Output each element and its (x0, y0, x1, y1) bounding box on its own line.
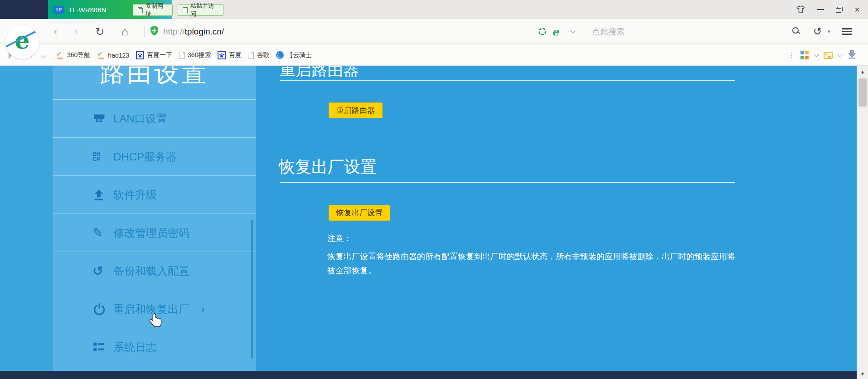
toolbar-separator (807, 26, 807, 37)
bookmark-label: 360搜索 (188, 51, 211, 59)
hao123-icon: ✓hao (56, 51, 64, 59)
skin-theme-button[interactable] (796, 5, 805, 14)
url-protocol: http:// (163, 27, 185, 37)
bookmark-items: ✓hao 360导航 ✓hao hao123 百度一下 360搜索 (56, 44, 319, 66)
sidebar-title: 路由设置 (53, 66, 256, 88)
pencil-icon: ✎ (92, 225, 113, 240)
forward-button[interactable]: › (74, 19, 78, 44)
bookmark-hao123[interactable]: ✓hao hao123 (97, 51, 129, 59)
settings-main-panel: 重启路由器 重启路由器 恢复出厂设置 恢复出厂设置 注意： 恢复出厂设置将使路由… (256, 66, 857, 379)
sidebar-item-system-log[interactable]: 系统日志 (53, 328, 256, 366)
download-button[interactable] (847, 49, 857, 61)
baidu-paw-icon (218, 51, 226, 59)
sidebar-item-label: 软件升级 (113, 188, 157, 202)
scroll-down-arrow-icon[interactable]: ▼ (857, 371, 868, 376)
bookmarks-bar: |› ★ ✓hao 360导航 ✓hao hao123 百度一下 360搜索 (0, 44, 868, 66)
scrollbar-thumb[interactable] (858, 78, 867, 107)
home-button[interactable]: ⌂ (121, 19, 128, 44)
back-button[interactable]: ‹ (53, 19, 58, 44)
restore-button[interactable] (836, 7, 843, 13)
minimize-icon (817, 9, 824, 10)
menu-button[interactable] (842, 28, 852, 29)
titlebar-left-block (0, 0, 48, 19)
reboot-section-title: 重启路由器 (280, 66, 359, 80)
hao-word-glyph: hao (97, 56, 104, 60)
browser-logo[interactable]: e (5, 25, 39, 59)
refresh-button[interactable]: ↻ (95, 19, 104, 44)
wallpaper-icon[interactable] (824, 52, 833, 59)
browser-logo-e: e (5, 26, 39, 54)
sidebar-item-dhcp-server[interactable]: DHCP DHCP服务器 (53, 137, 256, 175)
sidebar-item-backup-restore-config[interactable]: ↺ 备份和载入配置 (53, 252, 256, 290)
bookmark-label: 百度 (228, 51, 241, 59)
undo-closed-tab-button[interactable]: ↺ (813, 19, 822, 44)
apps-grid-icon[interactable] (800, 51, 809, 59)
bookmark-label: 谷歌 (257, 51, 269, 59)
note-label: 注意： (327, 232, 742, 246)
system-log-icon (92, 341, 113, 353)
active-item-arrow-icon: › (201, 303, 205, 316)
bookmark-yunqishi[interactable]: 【云骑士 (276, 51, 312, 59)
bookmark-360daohang[interactable]: ✓hao 360导航 (56, 51, 90, 59)
download-icon (847, 49, 857, 59)
wallpaper-chevron-icon[interactable] (837, 52, 842, 57)
undo-dropdown-caret-icon[interactable]: ▾ (828, 19, 830, 44)
extension-aperture-icon[interactable] (538, 27, 547, 36)
bookmark-360sousuo[interactable]: 360搜索 (179, 51, 211, 59)
paste-and-go-button[interactable]: 粘贴并访问 (178, 4, 223, 16)
sidebar-scrollbar-thumb[interactable] (251, 220, 253, 358)
url-host: tplogin.cn/ (185, 27, 224, 37)
page-icon (179, 52, 185, 59)
tab-title: TL-WR886N (68, 6, 106, 14)
toolbar: ‹ › ↻ ⌂ http://tplogin.cn/ e ↺ ▾ e (0, 19, 868, 44)
factory-reset-section-title: 恢复出厂设置 (279, 156, 377, 177)
address-bar[interactable]: http://tplogin.cn/ (163, 19, 224, 44)
globe-icon (276, 51, 284, 59)
toolbar-separator (566, 26, 566, 37)
copy-icon (138, 7, 143, 13)
sidebar-item-lan-settings[interactable]: LAN口设置 (53, 99, 256, 137)
baidu-paw-icon (136, 51, 144, 59)
toolbar-separator (585, 26, 585, 37)
browser-window: TP TL-WR886N 复制网址 粘贴并访问 × ‹ › ↻ ⌂ (0, 0, 868, 379)
sidebar-item-firmware-upgrade[interactable]: 软件升级 (53, 175, 256, 214)
section-divider (280, 80, 735, 81)
minimize-button[interactable] (817, 9, 824, 10)
reboot-router-button[interactable]: 重启路由器 (329, 102, 383, 118)
address-dropdown-chevron-icon[interactable] (570, 28, 575, 33)
bookmark-baidu-yixia[interactable]: 百度一下 (136, 51, 172, 59)
search-input[interactable] (592, 25, 773, 38)
lan-port-icon (92, 113, 113, 124)
sidebar-item-label: 系统日志 (113, 340, 157, 355)
factory-reset-button[interactable]: 恢复出厂设置 (329, 205, 390, 221)
factory-reset-note: 注意： 恢复出厂设置将使路由器的所有配置恢复到出厂时的默认状态，所有非预装的应用… (327, 232, 742, 278)
section-divider (280, 182, 735, 183)
power-icon (92, 302, 113, 316)
bookmark-label: 【云骑士 (286, 51, 312, 59)
search-icon[interactable] (792, 27, 800, 35)
favorites-chevron-icon[interactable] (41, 53, 46, 58)
page-left-margin (0, 66, 53, 379)
bookmark-label: 360导航 (67, 51, 90, 59)
browser-scrollbar[interactable]: ▲ ▼ (857, 66, 868, 379)
bookmark-guge[interactable]: 谷歌 (248, 51, 269, 59)
bookmark-baidu[interactable]: 百度 (218, 51, 241, 59)
compat-mode-icon[interactable]: e (552, 19, 559, 44)
dhcp-icon: DHCP (92, 152, 113, 162)
apps-chevron-icon[interactable] (814, 52, 819, 57)
restore-icon (836, 7, 843, 13)
more-bookmarks-icon[interactable]: ⋮ (788, 51, 795, 59)
titlebar: TP TL-WR886N 复制网址 粘贴并访问 × (0, 0, 868, 19)
scroll-up-arrow-icon[interactable]: ▲ (857, 69, 868, 74)
security-shield-icon[interactable] (150, 26, 159, 38)
tshirt-icon (796, 5, 805, 14)
history-restore-icon: ↺ (92, 263, 113, 278)
paste-icon (183, 7, 188, 13)
sidebar-item-label: LAN口设置 (113, 112, 167, 126)
window-controls: × (796, 0, 860, 19)
sidebar-item-change-admin-password[interactable]: ✎ 修改管理员密码 (53, 214, 256, 252)
copy-url-button[interactable]: 复制网址 (133, 4, 173, 16)
sidebar-item-label: DHCP服务器 (113, 150, 177, 164)
page-icon (248, 52, 254, 59)
close-button[interactable]: × (854, 5, 860, 14)
